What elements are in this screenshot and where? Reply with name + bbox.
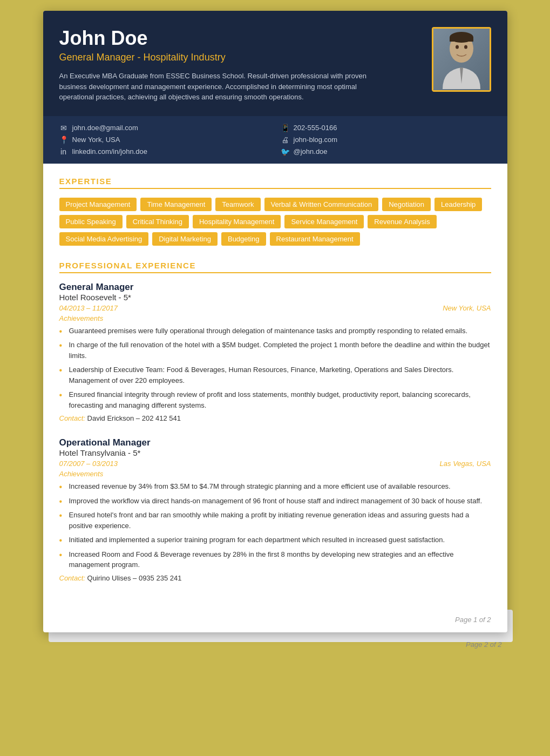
job-company: Hotel Roosevelt - 5*: [59, 293, 491, 302]
job-bullet: Ensured financial integrity through revi…: [59, 389, 491, 410]
job-bullet: Initiated and implemented a superior tra…: [59, 535, 491, 545]
job-bullet: In charge of the full renovation of the …: [59, 340, 491, 361]
job-dates: 04/2013 – 11/2017: [59, 304, 118, 312]
location-icon: 📍: [59, 136, 68, 144]
main-content: EXPERTISE Project ManagementTime Managem…: [43, 164, 507, 610]
contact-bar: ✉ john.doe@gmail.com 📱 202-555-0166 📍 Ne…: [43, 116, 507, 164]
skill-tag: Negotiation: [382, 198, 431, 211]
svg-point-4: [464, 45, 467, 49]
email-icon: ✉: [59, 124, 68, 132]
skill-tag: Public Speaking: [59, 215, 123, 228]
job-meta-row: 07/2007 – 03/2013 Las Vegas, USA: [59, 460, 491, 468]
candidate-name: John Doe: [59, 27, 421, 50]
expertise-title: EXPERTISE: [59, 177, 491, 189]
phone-icon: 📱: [281, 124, 289, 132]
twitter-icon: 🐦: [281, 147, 289, 156]
contact-ref: Contact: David Erickson – 202 412 541: [59, 414, 491, 422]
page-number: Page 1 of 2: [43, 610, 507, 632]
job-bullets: Guaranteed premises were fully operation…: [59, 326, 491, 411]
job-title: Operational Manager: [59, 437, 491, 448]
resume-header: John Doe General Manager - Hospitality I…: [43, 11, 507, 116]
achievements-label: Achievements: [59, 470, 491, 478]
job-meta-row: 04/2013 – 11/2017 New York, USA: [59, 304, 491, 312]
contact-email: ✉ john.doe@gmail.com: [59, 124, 270, 132]
achievements-label: Achievements: [59, 314, 491, 322]
skill-tag: Critical Thinking: [126, 215, 189, 228]
candidate-photo: [432, 27, 491, 92]
job-entry: General Manager Hotel Roosevelt - 5* 04/…: [59, 282, 491, 423]
candidate-summary: An Executive MBA Graduate from ESSEC Bus…: [59, 71, 372, 103]
page-stack: Page 2 of 2 John Doe General Manager - H…: [43, 11, 507, 632]
skill-tag: Teamwork: [215, 198, 260, 211]
skill-tag: Hospitality Management: [193, 215, 281, 228]
job-dates: 07/2007 – 03/2013: [59, 460, 118, 468]
job-bullet: Ensured hotel's front and bar ran smooth…: [59, 510, 491, 531]
contact-linkedin: in linkedin.com/in/john.doe: [59, 147, 270, 156]
jobs-container: General Manager Hotel Roosevelt - 5* 04/…: [59, 282, 491, 582]
skill-tag: Social Media Advertising: [59, 232, 149, 246]
contact-ref-value: Quirino Ulises – 0935 235 241: [87, 574, 182, 582]
job-bullets: Increased revenue by 34% from $3.5M to $…: [59, 481, 491, 570]
contact-location: 📍 New York, USA: [59, 136, 270, 144]
skill-tag: Digital Marketing: [152, 232, 218, 246]
expertise-section: EXPERTISE Project ManagementTime Managem…: [59, 177, 491, 246]
contact-phone: 📱 202-555-0166: [281, 124, 491, 132]
header-left: John Doe General Manager - Hospitality I…: [59, 27, 421, 103]
skill-tag: Budgeting: [221, 232, 266, 246]
linkedin-icon: in: [59, 147, 68, 156]
skill-tag: Revenue Analysis: [368, 215, 436, 228]
svg-point-3: [456, 45, 459, 49]
skill-tag: Verbal & Written Communication: [264, 198, 379, 211]
svg-rect-2: [450, 37, 473, 42]
job-bullet: Improved the workflow via direct hands-o…: [59, 496, 491, 507]
skill-tag: Time Management: [140, 198, 212, 211]
job-bullet: Increased revenue by 34% from $3.5M to $…: [59, 481, 491, 492]
page-back-label: Page 2 of 2: [466, 640, 502, 649]
contact-website: 🖨 john-blog.com: [281, 136, 491, 144]
job-entry: Operational Manager Hotel Transylvania -…: [59, 437, 491, 582]
job-location: Las Vegas, USA: [440, 460, 491, 468]
job-company: Hotel Transylvania - 5*: [59, 448, 491, 457]
job-bullet: Increased Room and Food & Beverage reven…: [59, 549, 491, 570]
resume-page: John Doe General Manager - Hospitality I…: [43, 11, 507, 632]
experience-section: PROFESSIONAL EXPERIENCE General Manager …: [59, 261, 491, 582]
job-location: New York, USA: [443, 304, 491, 312]
contact-twitter: 🐦 @john.doe: [281, 147, 491, 156]
skill-tag: Service Management: [284, 215, 364, 228]
photo-placeholder: [433, 29, 490, 90]
skill-tag: Restaurant Management: [270, 232, 360, 246]
web-icon: 🖨: [281, 136, 289, 144]
job-title: General Manager: [59, 282, 491, 293]
skill-tag: Project Management: [59, 198, 137, 211]
contact-ref: Contact: Quirino Ulises – 0935 235 241: [59, 574, 491, 582]
job-bullet: Guaranteed premises were fully operation…: [59, 326, 491, 336]
skills-container: Project ManagementTime ManagementTeamwor…: [59, 198, 491, 246]
skill-tag: Leadership: [434, 198, 482, 211]
contact-ref-value: David Erickson – 202 412 541: [87, 414, 181, 422]
job-bullet: Leadership of Executive Team: Food & Bev…: [59, 364, 491, 386]
candidate-title: General Manager - Hospitality Industry: [59, 52, 421, 63]
experience-title: PROFESSIONAL EXPERIENCE: [59, 261, 491, 273]
